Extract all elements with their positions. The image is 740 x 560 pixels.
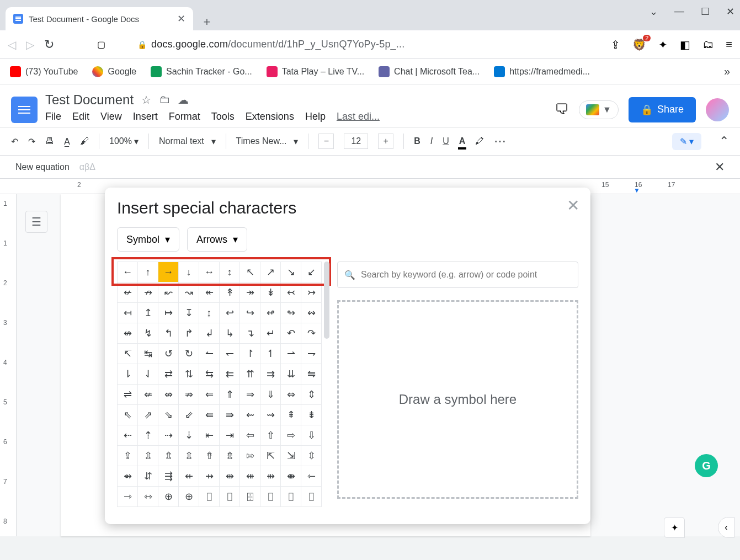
char-cell[interactable]: ⇓ bbox=[260, 385, 281, 405]
char-cell[interactable]: ↔ bbox=[199, 262, 220, 282]
char-cell[interactable]: ⌷ bbox=[301, 487, 322, 507]
char-cell[interactable]: ⇝ bbox=[260, 405, 281, 425]
grammarly-icon[interactable]: G bbox=[695, 454, 718, 477]
undo-icon[interactable]: ↶ bbox=[11, 136, 18, 147]
char-cell[interactable]: ⇶ bbox=[158, 466, 179, 487]
document-title[interactable]: Test Document bbox=[45, 92, 134, 108]
new-equation-button[interactable]: New equation bbox=[15, 162, 70, 172]
underline-icon[interactable]: U bbox=[443, 136, 449, 146]
spellcheck-icon[interactable]: A̲ bbox=[64, 136, 70, 147]
char-cell[interactable]: ⊕ bbox=[158, 487, 179, 507]
char-cell[interactable]: ⇲ bbox=[281, 446, 301, 466]
char-cell[interactable]: ↑ bbox=[138, 262, 158, 282]
meet-button[interactable]: ▼ bbox=[579, 100, 619, 119]
ruler-marker-icon[interactable]: ▼ bbox=[633, 186, 640, 194]
char-cell[interactable]: ⇈ bbox=[240, 364, 260, 385]
menu-extensions[interactable]: Extensions bbox=[246, 111, 294, 122]
highlight-icon[interactable]: 🖍 bbox=[475, 136, 484, 146]
char-cell[interactable]: ⇅ bbox=[179, 364, 199, 385]
side-panel-toggle-icon[interactable]: ‹ bbox=[718, 517, 734, 538]
bookmark-teams[interactable]: Chat | Microsoft Tea... bbox=[379, 66, 480, 77]
maximize-icon[interactable]: ☐ bbox=[701, 6, 710, 18]
wallet-icon[interactable]: 🗂 bbox=[702, 38, 714, 51]
char-cell[interactable]: ↾ bbox=[240, 344, 260, 364]
docs-logo-icon[interactable] bbox=[11, 97, 38, 123]
browser-menu-icon[interactable]: ≡ bbox=[726, 38, 732, 51]
char-cell[interactable]: ⌷ bbox=[281, 487, 301, 507]
char-cell[interactable]: ⇗ bbox=[138, 405, 158, 425]
char-cell[interactable]: ⇜ bbox=[240, 405, 260, 425]
char-cell[interactable]: ⇕ bbox=[301, 385, 322, 405]
draw-symbol-canvas[interactable]: Draw a symbol here bbox=[337, 300, 578, 499]
char-cell[interactable]: ↼ bbox=[199, 344, 220, 364]
category-dropdown[interactable]: Symbol▾ bbox=[117, 227, 179, 252]
editing-mode-button[interactable]: ✎ ▾ bbox=[672, 133, 701, 150]
char-cell[interactable]: ↧ bbox=[179, 303, 199, 323]
char-cell[interactable]: ⇩ bbox=[301, 425, 322, 446]
char-cell[interactable]: ↸ bbox=[118, 344, 138, 364]
char-cell[interactable]: ↮ bbox=[118, 323, 138, 344]
char-cell[interactable]: ⇐ bbox=[199, 385, 220, 405]
char-cell[interactable]: ⇍ bbox=[138, 385, 158, 405]
char-cell[interactable]: ⇾ bbox=[118, 487, 138, 507]
char-cell[interactable]: ⇎ bbox=[158, 385, 179, 405]
char-cell[interactable]: → bbox=[158, 262, 179, 282]
char-cell[interactable]: ⇛ bbox=[220, 405, 240, 425]
char-cell[interactable]: ↖ bbox=[240, 262, 260, 282]
char-cell[interactable]: ⌷ bbox=[199, 487, 220, 507]
user-avatar[interactable] bbox=[706, 98, 729, 121]
char-cell[interactable]: ⇮ bbox=[199, 446, 220, 466]
char-cell[interactable]: ⇹ bbox=[220, 466, 240, 487]
char-cell[interactable]: ⇇ bbox=[220, 364, 240, 385]
redo-icon[interactable]: ↷ bbox=[28, 136, 35, 147]
char-cell[interactable]: ⇵ bbox=[138, 466, 158, 487]
char-cell[interactable]: ⇭ bbox=[179, 446, 199, 466]
char-cell[interactable]: ↕ bbox=[220, 262, 240, 282]
close-dialog-icon[interactable]: ✕ bbox=[567, 196, 579, 215]
bookmark-tracker[interactable]: Sachin Tracker - Go... bbox=[151, 66, 252, 77]
cloud-status-icon[interactable]: ☁ bbox=[178, 93, 189, 106]
bookmark-google[interactable]: Google bbox=[92, 66, 136, 77]
char-cell[interactable]: ⇞ bbox=[281, 405, 301, 425]
paragraph-style-select[interactable]: Normal text ▾ bbox=[159, 136, 216, 147]
sidebar-icon[interactable]: ◧ bbox=[680, 38, 690, 51]
comments-icon[interactable]: 🗨 bbox=[555, 101, 569, 118]
char-cell[interactable]: ↹ bbox=[138, 344, 158, 364]
decrease-font-icon[interactable]: − bbox=[318, 134, 334, 149]
char-cell[interactable]: ⇨ bbox=[281, 425, 301, 446]
char-cell[interactable]: ↩ bbox=[220, 303, 240, 323]
char-cell[interactable]: ⇴ bbox=[118, 466, 138, 487]
italic-icon[interactable]: I bbox=[430, 136, 433, 146]
char-cell[interactable]: ↶ bbox=[281, 323, 301, 344]
char-cell[interactable]: ⇙ bbox=[179, 405, 199, 425]
char-cell[interactable]: ⇧ bbox=[260, 425, 281, 446]
outline-toggle-icon[interactable]: ☰ bbox=[25, 211, 47, 233]
char-cell[interactable]: ← bbox=[118, 262, 138, 282]
char-cell[interactable]: ↥ bbox=[138, 303, 158, 323]
subcategory-dropdown[interactable]: Arrows▾ bbox=[187, 227, 247, 252]
char-cell[interactable]: ⇢ bbox=[158, 425, 179, 446]
char-cell[interactable]: ⇦ bbox=[240, 425, 260, 446]
share-url-icon[interactable]: ⇪ bbox=[611, 38, 620, 51]
reload-icon[interactable]: ↻ bbox=[44, 38, 54, 52]
char-cell[interactable]: ⇔ bbox=[281, 385, 301, 405]
char-cell[interactable]: ↲ bbox=[199, 323, 220, 344]
char-cell[interactable]: ↱ bbox=[179, 323, 199, 344]
char-cell[interactable]: ⇖ bbox=[118, 405, 138, 425]
bookmark-page-icon[interactable]: ▢ bbox=[97, 39, 105, 50]
font-size-input[interactable]: 12 bbox=[344, 134, 368, 149]
vertical-ruler[interactable]: 112345678 bbox=[0, 194, 17, 536]
bookmark-framed[interactable]: https://framedmedi... bbox=[494, 66, 590, 77]
paint-format-icon[interactable]: 🖌 bbox=[80, 136, 89, 146]
close-window-icon[interactable]: ✕ bbox=[726, 6, 734, 18]
char-cell[interactable]: ⇪ bbox=[118, 446, 138, 466]
char-cell[interactable]: ⇱ bbox=[260, 446, 281, 466]
char-cell[interactable]: ⇬ bbox=[158, 446, 179, 466]
char-cell[interactable]: ↓ bbox=[179, 262, 199, 282]
char-cell[interactable]: ↻ bbox=[179, 344, 199, 364]
last-edit-link[interactable]: Last edi... bbox=[337, 111, 380, 122]
char-cell[interactable]: ⇟ bbox=[301, 405, 322, 425]
char-cell[interactable]: ↤ bbox=[118, 303, 138, 323]
minimize-icon[interactable]: — bbox=[674, 6, 684, 18]
menu-file[interactable]: File bbox=[45, 111, 61, 122]
